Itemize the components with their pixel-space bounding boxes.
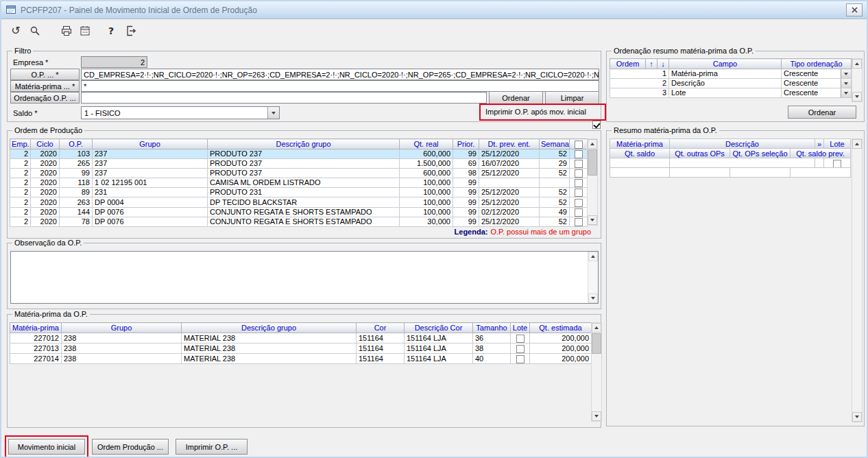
op-cell-dt[interactable]: 25/12/2020 (479, 149, 540, 159)
op-row[interactable]: 22020263DP 0004DP TECIDO BLACKSTAR100,00… (10, 197, 588, 207)
op-cell-semana[interactable] (540, 178, 570, 188)
op-cell-qt[interactable]: 30,000 (400, 217, 453, 226)
ordenar-resumo-button[interactable]: Ordenar (788, 106, 856, 119)
op-cell-grupo[interactable]: 237 (93, 169, 208, 178)
op-cell-ciclo[interactable]: 2020 (31, 188, 60, 197)
calendar-icon[interactable] (77, 23, 93, 38)
ordenacao-cell-ordem[interactable]: 2 (610, 79, 669, 88)
op-cell-semana[interactable]: 52 (540, 197, 570, 207)
op-cell-ciclo[interactable]: 2020 (31, 207, 60, 217)
mp-row[interactable]: 227013238MATERIAL 238151164151164 LJA382… (10, 344, 592, 354)
op-cell-qt[interactable]: 600,000 (400, 149, 453, 159)
op-cell-emp[interactable]: 2 (10, 149, 31, 159)
mp-cell-lote[interactable] (511, 333, 530, 344)
op-checkbox[interactable] (575, 179, 583, 187)
ordenacao-cell-tipo[interactable]: Crescente (782, 69, 852, 79)
resumo-cell[interactable] (610, 167, 670, 178)
move-up-button[interactable]: ↑ (646, 59, 658, 69)
ordenacao-cell-tipo[interactable]: Crescente (782, 79, 852, 88)
mp-cell-lote[interactable] (511, 344, 530, 354)
chevron-down-icon[interactable] (841, 88, 851, 97)
mp-checkbox[interactable] (516, 345, 525, 353)
resumo-cell[interactable] (669, 158, 815, 168)
op-cell-ciclo[interactable]: 2020 (31, 197, 60, 207)
op-cell-emp[interactable]: 2 (10, 178, 31, 188)
op-cell-semana[interactable]: 52 (540, 169, 570, 178)
op-cell-grupo[interactable]: DP 0004 (93, 197, 208, 207)
ordenacao-op-field[interactable] (81, 92, 487, 104)
mp-cell-desc_cor[interactable]: 151164 LJA (405, 344, 473, 354)
ordenacao-row[interactable]: 1Matéria-primaCrescente (610, 69, 852, 79)
op-cell-grupo[interactable]: 231 (93, 188, 208, 197)
scroll-thumb[interactable] (588, 149, 597, 176)
op-cell-descricao[interactable]: DP TECIDO BLACKSTAR (208, 197, 400, 207)
mp-cell-desc_cor[interactable]: 151164 LJA (405, 333, 473, 344)
op-cell-emp[interactable]: 2 (10, 207, 31, 217)
resumo-body-row-1[interactable] (610, 158, 851, 168)
observacao-input[interactable] (10, 251, 599, 304)
movimento-inicial-button[interactable]: Movimento inicial (8, 439, 85, 455)
resumo-cell[interactable] (669, 167, 730, 178)
scroll-up-button[interactable] (852, 139, 862, 149)
scroll-down-button[interactable] (852, 92, 862, 101)
op-cell-op[interactable]: 89 (60, 188, 93, 197)
op-checkbox[interactable] (575, 150, 583, 158)
op-cell-semana[interactable]: 29 (540, 159, 570, 169)
observacao-scrollbar[interactable] (588, 252, 598, 303)
mp-row[interactable]: 227012238MATERIAL 238151164151164 LJA362… (10, 333, 592, 344)
mp-cell-tamanho[interactable]: 40 (473, 354, 511, 364)
mp-cell-mp[interactable]: 227013 (10, 344, 62, 354)
help-icon[interactable]: ? (104, 23, 119, 38)
resumo-cell-lote[interactable] (823, 158, 851, 168)
mp-cell-desc_cor[interactable]: 151164 LJA (405, 354, 473, 364)
op-cell-grupo[interactable]: DP 0076 (93, 207, 208, 217)
op-cell-emp[interactable]: 2 (10, 217, 31, 226)
op-cell-semana[interactable]: 52 (540, 188, 570, 197)
ordenacao-cell-campo[interactable]: Descrição (669, 79, 782, 88)
op-row[interactable]: 22020103237PRODUTO 237600,0009925/12/202… (10, 149, 588, 159)
limpar-button[interactable]: Limpar (545, 91, 599, 104)
mp-checkbox[interactable] (516, 355, 525, 363)
op-cell-grupo[interactable]: 1 02 12195 001 (93, 178, 208, 188)
op-row[interactable]: 22020144DP 0076CONJUNTO REGATA E SHORTS … (10, 207, 588, 217)
op-cell-op[interactable]: 263 (60, 197, 93, 207)
op-cell-descricao[interactable]: PRODUTO 231 (208, 188, 400, 197)
mp-cell-grupo[interactable]: 238 (62, 344, 182, 354)
op-cell-op[interactable]: 144 (60, 207, 93, 217)
op-cell-qt[interactable]: 600,000 (400, 169, 453, 178)
op-checkbox[interactable] (575, 208, 583, 217)
op-cell-emp[interactable]: 2 (10, 169, 31, 178)
op-row[interactable]: 2202089231PRODUTO 231100,0009925/12/2020… (10, 188, 588, 197)
op-cell-sel[interactable] (570, 159, 588, 169)
ordenacao-op-button[interactable]: Ordenação O.P. ... (10, 92, 80, 104)
mp-cell-descricao[interactable]: MATERIAL 238 (182, 344, 357, 354)
op-row[interactable]: 220201181 02 12195 001CAMISA ML ORDEM LI… (10, 178, 588, 188)
scroll-up-button[interactable] (588, 139, 597, 149)
ordenacao-cell-campo[interactable]: Matéria-prima (669, 69, 782, 79)
op-row[interactable]: 2202078DP 0076CONJUNTO REGATA E SHORTS E… (10, 217, 588, 226)
op-cell-qt[interactable]: 100,000 (400, 197, 453, 207)
op-cell-grupo[interactable]: 237 (93, 149, 208, 159)
ordenacao-row[interactable]: 3LoteCrescente (610, 88, 852, 98)
print-icon[interactable] (59, 23, 74, 38)
op-filter-button[interactable]: O.P. ... * (10, 69, 80, 80)
op-cell-sel[interactable] (570, 149, 588, 159)
mp-row[interactable]: 227014238MATERIAL 238151164151164 LJA402… (10, 354, 592, 364)
chevron-down-icon[interactable] (267, 107, 279, 119)
undo-icon[interactable]: ↺ (8, 23, 23, 38)
op-cell-prior[interactable]: 98 (453, 169, 479, 178)
op-cell-sel[interactable] (570, 188, 588, 197)
op-cell-sel[interactable] (570, 207, 588, 217)
op-cell-prior[interactable]: 99 (453, 217, 479, 226)
op-checkbox[interactable] (575, 199, 583, 207)
mp-cell-cor[interactable]: 151164 (357, 344, 405, 354)
mp-cell-mp[interactable]: 227014 (10, 354, 62, 364)
op-cell-prior[interactable]: 99 (453, 149, 479, 159)
mp-cell-descricao[interactable]: MATERIAL 238 (182, 333, 357, 344)
search-icon[interactable] (27, 23, 43, 38)
ordem-producao-scrollbar[interactable] (587, 138, 598, 226)
imprimir-op-button[interactable]: Imprimir O.P. ... (176, 439, 248, 455)
op-checkbox[interactable] (575, 160, 583, 168)
ordenacao-cell-ordem[interactable]: 3 (610, 88, 669, 98)
resumo-cell[interactable] (610, 158, 670, 168)
